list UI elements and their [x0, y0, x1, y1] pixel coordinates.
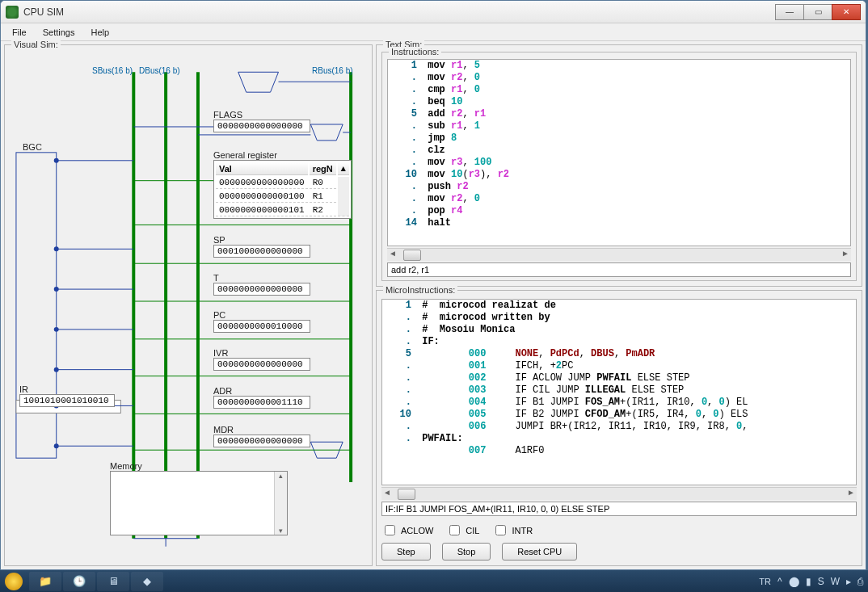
- tray-lang[interactable]: TR: [759, 577, 771, 586]
- ir-label: IR: [19, 384, 115, 394]
- instructions-status[interactable]: add r2, r1: [387, 262, 851, 277]
- svg-point-33: [54, 246, 59, 251]
- stop-button[interactable]: Stop: [442, 543, 491, 561]
- svg-point-32: [54, 158, 59, 163]
- system-tray[interactable]: TR ^ ⬤ ▮ S W ▸ ⎙: [759, 576, 863, 587]
- visual-sim-label: Visual Sim:: [11, 40, 61, 49]
- table-row: 0000000000000101R2: [216, 204, 349, 216]
- ivr-label: IVR: [213, 348, 310, 358]
- close-button[interactable]: ✕: [832, 4, 861, 20]
- menu-settings[interactable]: Settings: [36, 26, 82, 39]
- t-label: T: [213, 273, 310, 283]
- gen-reg-col-val[interactable]: Val: [216, 162, 308, 175]
- instructions-editor[interactable]: 1 mov r1, 5. mov r2, 0. cmp r1, 0. beq 1…: [387, 59, 851, 246]
- scroll-up-icon[interactable]: ▴: [279, 472, 283, 480]
- micro-hscroll[interactable]: [381, 487, 857, 500]
- sp-label: SP: [213, 235, 310, 245]
- aclow-check[interactable]: ACLOW: [381, 523, 433, 538]
- rbus-label: RBus(16 b): [312, 66, 353, 75]
- svg-marker-7: [310, 124, 343, 141]
- ir-value: 1001010001010010: [19, 394, 115, 407]
- gen-reg-scroll-up[interactable]: ▴: [338, 162, 349, 175]
- tray-shield-icon[interactable]: ⬤: [789, 576, 799, 587]
- micro-status[interactable]: IF:IF B1 JUMPI FOS_AM+(IR11, IR10, 0, 0)…: [381, 502, 857, 516]
- tray-w-icon[interactable]: W: [831, 576, 840, 587]
- ivr-value: 0000000000000000: [213, 358, 310, 371]
- gen-reg-label: General register: [213, 150, 352, 160]
- adr-label: ADR: [213, 386, 310, 396]
- mdr-value: 0000000000000000: [213, 435, 310, 447]
- svg-marker-6: [238, 72, 279, 92]
- text-sim-panel: Text Sim: Instructions: 1 mov r1, 5. mov…: [376, 44, 862, 287]
- taskbar-cpusim-icon[interactable]: ◆: [131, 572, 163, 591]
- tray-monitor-icon[interactable]: ▮: [806, 576, 811, 587]
- menu-help[interactable]: Help: [84, 26, 116, 39]
- intr-check[interactable]: INTR: [492, 523, 533, 538]
- minimize-button[interactable]: —: [775, 4, 804, 20]
- step-button[interactable]: Step: [381, 543, 431, 561]
- app-icon: [6, 6, 19, 19]
- menubar: File Settings Help: [1, 23, 866, 41]
- instructions-hscroll[interactable]: [387, 248, 851, 261]
- chevron-up-icon[interactable]: ^: [777, 576, 782, 587]
- tray-net-icon[interactable]: ⎙: [857, 576, 863, 587]
- taskbar-explorer-icon[interactable]: 📁: [29, 572, 61, 591]
- gen-reg-table[interactable]: Val regN ▴ 0000000000000000R0 0000000000…: [213, 160, 352, 219]
- table-row: 0000000000000000R0: [216, 177, 349, 189]
- cil-check[interactable]: CIL: [446, 523, 479, 538]
- memory-label: Memory: [110, 461, 288, 471]
- micro-panel: MicroInstructions: 1 # microcod realizat…: [376, 290, 862, 566]
- right-panels: Text Sim: Instructions: 1 mov r1, 5. mov…: [376, 44, 862, 566]
- window-title: CPU SIM: [23, 6, 776, 18]
- taskbar-app-icon[interactable]: 🖥: [97, 572, 129, 591]
- svg-point-38: [54, 443, 59, 448]
- bgc-label: BGC: [23, 142, 42, 152]
- flags-value: 0000000000000000: [213, 120, 310, 132]
- pc-value: 0000000000010000: [213, 320, 310, 333]
- instructions-label: Instructions:: [389, 47, 441, 57]
- micro-editor[interactable]: 1 # microcod realizat de. # microcod wri…: [381, 299, 857, 485]
- taskbar[interactable]: 📁 🕒 🖥 ◆ TR ^ ⬤ ▮ S W ▸ ⎙: [0, 570, 868, 592]
- t-value: 0000000000000000: [213, 283, 310, 296]
- main-area: Visual Sim:: [1, 41, 866, 569]
- titlebar: CPU SIM — ▭ ✕: [1, 1, 866, 23]
- scroll-down-icon[interactable]: ▾: [279, 527, 283, 535]
- adr-value: 0000000000001110: [213, 396, 310, 409]
- svg-point-34: [54, 287, 59, 292]
- dbus-label: DBus(16 b): [139, 66, 180, 75]
- table-row: 0000000000000100R1: [216, 191, 349, 203]
- tray-flag-icon[interactable]: ▸: [846, 576, 851, 587]
- gen-reg-col-n[interactable]: regN: [310, 162, 336, 175]
- svg-point-35: [54, 327, 59, 332]
- reset-button[interactable]: Reset CPU: [502, 543, 577, 561]
- pc-label: PC: [213, 310, 310, 320]
- sbus-label: SBus(16 b): [92, 66, 133, 75]
- memory-list[interactable]: ▴ ▾: [110, 471, 288, 535]
- flags-label: FLAGS: [213, 110, 310, 120]
- svg-point-36: [54, 367, 59, 372]
- sp-value: 0001000000000000: [213, 245, 310, 258]
- mdr-label: MDR: [213, 425, 310, 435]
- menu-file[interactable]: File: [6, 26, 33, 39]
- taskbar-clock-icon[interactable]: 🕒: [63, 572, 95, 591]
- tray-s-icon[interactable]: S: [818, 576, 824, 587]
- start-button[interactable]: [5, 573, 23, 590]
- app-window: CPU SIM — ▭ ✕ File Settings Help Visual …: [0, 0, 866, 570]
- maximize-button[interactable]: ▭: [803, 4, 832, 20]
- visual-sim-panel: Visual Sim:: [4, 44, 373, 566]
- micro-label: MicroInstructions:: [383, 285, 457, 295]
